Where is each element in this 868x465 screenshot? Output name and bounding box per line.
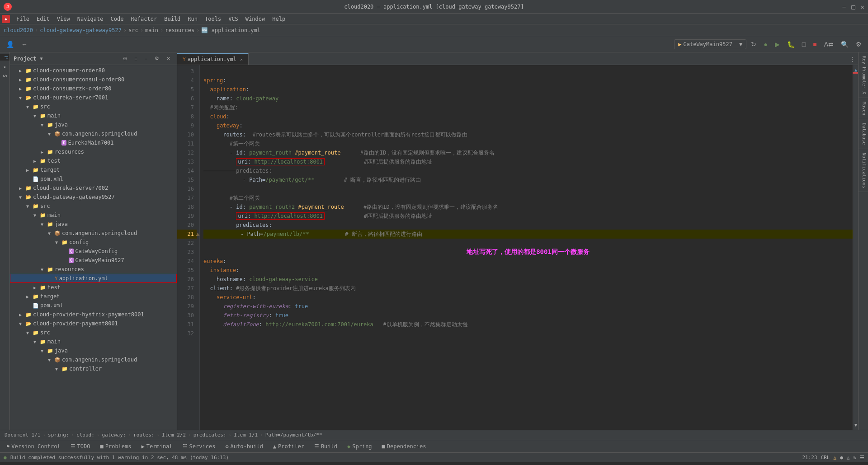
bottom-tab-build[interactable]: ☰ Build [310, 441, 342, 452]
bottom-tab-autobuild[interactable]: ⚙ Auto-build [221, 441, 267, 452]
project-close-btn[interactable]: ✕ [164, 54, 173, 63]
tree-item-test2[interactable]: ▶ 📁 test [10, 283, 177, 292]
bottom-tab-profiler[interactable]: ▲ Profiler [269, 441, 309, 452]
tree-item-consumerconsul-order80[interactable]: ▶ 📁 cloud-consumerconsul-order80 [10, 75, 177, 84]
tree-item-main3[interactable]: ▼ 📁 main [10, 337, 177, 346]
tree-item-java1[interactable]: ▼ 📁 java [10, 120, 177, 129]
bottom-tab-todo[interactable]: ☰ TODO [66, 441, 95, 452]
menu-view[interactable]: View [53, 15, 74, 23]
scroll-arrow-down[interactable]: ▼ [854, 423, 857, 427]
project-icon[interactable]: P [0, 54, 9, 61]
bc-gateway[interactable]: gateway: [102, 432, 126, 438]
breadcrumb-src[interactable]: src [128, 27, 138, 33]
project-settings-btn[interactable]: ⚙ [152, 54, 162, 63]
tree-item-test1[interactable]: ▶ 📁 test [10, 156, 177, 165]
vtab-key-promoter[interactable]: Key Promoter X [859, 52, 868, 98]
menu-vcs[interactable]: VCS [225, 15, 242, 23]
tree-item-eureka7001[interactable]: ▼ 📂 cloud-eureka-server7001 [10, 93, 177, 102]
tree-item-gatewaymain[interactable]: ▶ C GateWayMain9527 [10, 256, 177, 265]
tree-item-target1[interactable]: ▶ 📁 target [10, 165, 177, 174]
breadcrumb-main[interactable]: main [145, 27, 158, 33]
tree-item-eurekaMain[interactable]: ▶ C EurekaMain7001 [10, 138, 177, 147]
bc-cloud[interactable]: cloud: [76, 432, 94, 438]
bottom-tab-terminal[interactable]: ▶ Terminal [137, 441, 177, 452]
menu-help[interactable]: Help [269, 15, 289, 23]
encoding-label[interactable]: CRL [821, 455, 830, 460]
tree-item-src3[interactable]: ▼ 📁 src [10, 328, 177, 337]
tree-item-pkg3[interactable]: ▼ 📦 com.angenin.springcloud [10, 355, 177, 364]
tree-item-hystrix[interactable]: ▶ 📁 cloud-provider-hystrix-payment8001 [10, 310, 177, 319]
maximize-button[interactable]: □ [851, 3, 855, 10]
breadcrumb-cloud2020[interactable]: cloud2020 [4, 27, 33, 33]
tree-item-java2[interactable]: ▼ 📁 java [10, 220, 177, 229]
tree-item-controller[interactable]: ▼ 📁 controller [10, 364, 177, 373]
menu-tools[interactable]: Tools [201, 15, 225, 23]
breadcrumb-gateway[interactable]: cloud-gateway-gateway9527 [40, 27, 122, 33]
notifications-icon[interactable]: ● [840, 455, 843, 460]
titlebar-controls[interactable]: − □ ✕ [842, 3, 864, 10]
tree-item-main2[interactable]: ▼ 📁 main [10, 211, 177, 220]
tree-item-resources1[interactable]: ▶ 📁 resources [10, 147, 177, 156]
bc-routes[interactable]: routes: [133, 432, 154, 438]
tree-item-main1[interactable]: ▼ 📁 main [10, 111, 177, 120]
bottom-tab-services[interactable]: ☵ Services [178, 441, 220, 452]
tree-item-src1[interactable]: ▼ 📁 src [10, 102, 177, 111]
tab-application-yml[interactable]: Y application.yml ✕ [177, 53, 249, 65]
project-dropdown[interactable]: ▼ [40, 56, 43, 61]
breadcrumb-file[interactable]: 🆕 application.yml [201, 27, 260, 33]
toolbar-search-btn[interactable]: 🔍 [838, 39, 851, 50]
tree-item-pom1[interactable]: ▶ 📄 pom.xml [10, 174, 177, 183]
toolbar-coverage-btn[interactable]: □ [799, 39, 808, 50]
bottom-tab-spring[interactable]: ◆ Spring [343, 441, 377, 452]
menu-window[interactable]: Window [242, 15, 269, 23]
cursor-position[interactable]: 21:23 [802, 455, 817, 460]
tree-item-pom2[interactable]: ▶ 📄 pom.xml [10, 301, 177, 310]
project-expand-btn[interactable]: ≡ [132, 54, 140, 63]
vtab-database[interactable]: Database [859, 119, 868, 149]
bottom-tab-problems[interactable]: ■ Problems [96, 441, 136, 452]
project-collapse-btn[interactable]: − [142, 54, 150, 63]
tree-item-gateway9527[interactable]: ▼ 📂 cloud-gateway-gateway9527 [10, 193, 177, 202]
tree-item-resources2[interactable]: ▼ 📁 resources [10, 265, 177, 274]
menu-file[interactable]: File [13, 15, 33, 23]
tree-item-application-yml[interactable]: ▶ Y application.yml [10, 274, 177, 283]
run-config-selector[interactable]: ▶ GateWayMain9527 ▼ [674, 39, 746, 49]
close-button[interactable]: ✕ [861, 3, 864, 10]
editor-content[interactable]: 3 4 5 6 7 8 9 10 11 12 13 14 15 16 17 18… [177, 65, 858, 430]
tree-item-consumerzk-order80[interactable]: ▶ 📁 cloud-consumerzk-order80 [10, 84, 177, 93]
toolbar-stop-btn[interactable]: ■ [810, 39, 819, 50]
editor-options-btn[interactable]: ⋮ [846, 54, 858, 65]
bookmarks-icon[interactable]: ★ [2, 62, 7, 71]
vtab-notifications[interactable]: Notifications [859, 149, 868, 192]
tree-item-gatewayconfig[interactable]: ▶ C GateWayConfig [10, 247, 177, 256]
menu-run[interactable]: Run [184, 15, 201, 23]
structure-icon[interactable]: S [1, 73, 8, 79]
toolbar-refresh-btn[interactable]: ↻ [748, 39, 759, 50]
tab-close-btn[interactable]: ✕ [240, 57, 243, 62]
bottom-tab-dependencies[interactable]: ■ Dependencies [377, 441, 431, 452]
tree-item-provider-payment[interactable]: ▼ 📂 cloud-provider-payment8001 [10, 319, 177, 328]
tree-item-target2[interactable]: ▶ 📁 target [10, 292, 177, 301]
code-content[interactable]: spring: application: name: cloud-gateway… [200, 65, 853, 430]
toolbar-translate-btn[interactable]: A⇄ [821, 39, 836, 50]
toolbar-settings-btn[interactable]: ⚙ [853, 39, 864, 50]
menu-edit[interactable]: Edit [33, 15, 53, 23]
toolbar-profile-btn[interactable]: 👤 [4, 39, 17, 50]
tree-item-pkg1[interactable]: ▼ 📦 com.angenin.springcloud [10, 129, 177, 138]
breadcrumb-resources[interactable]: resources [165, 27, 194, 33]
bc-predicates[interactable]: predicates: [193, 432, 226, 438]
menu-refactor[interactable]: Refactor [127, 15, 160, 23]
tree-item-consumer-order80[interactable]: ▶ 📁 cloud-consumer-order80 [10, 66, 177, 75]
menu-code[interactable]: Code [107, 15, 127, 23]
bottom-tab-version-control[interactable]: ⚑ Version Control [2, 441, 65, 452]
tree-item-pkg2[interactable]: ▼ 📦 com.angenin.springcloud [10, 229, 177, 238]
minimize-button[interactable]: − [842, 3, 846, 10]
tree-item-eureka7002[interactable]: ▶ 📁 cloud-eureka-server7002 [10, 183, 177, 193]
menu-navigate[interactable]: Navigate [74, 15, 107, 23]
warnings-icon[interactable]: △ [847, 455, 850, 460]
event-log-icon[interactable]: ☰ [860, 455, 864, 460]
toolbar-build-btn[interactable]: ● [761, 39, 770, 50]
tree-item-src2[interactable]: ▼ 📁 src [10, 202, 177, 211]
bc-spring[interactable]: spring: [48, 432, 69, 438]
vtab-maven[interactable]: Maven [859, 98, 868, 119]
